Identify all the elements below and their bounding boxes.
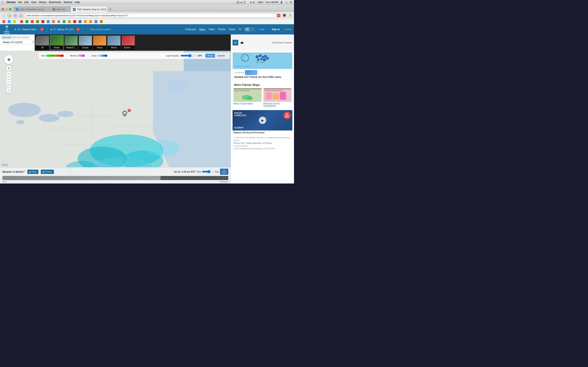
sign-in-btn[interactable]: 👤 Sign In (268, 28, 280, 31)
bookmark-news[interactable]: N (12, 20, 17, 24)
tab-3[interactable]: TWC TWC Weather Map for 12222... × (71, 6, 107, 12)
new-tab-button[interactable]: + (108, 7, 112, 11)
bookmark-item-1[interactable] (19, 20, 24, 24)
sidebar-email-btn[interactable]: ✉ (233, 40, 238, 45)
temp-unit-f[interactable]: °F (245, 28, 250, 31)
tab-2[interactable]: New Tab × (50, 6, 71, 12)
back-button[interactable]: ← (2, 13, 6, 18)
bookmark-item-4[interactable] (35, 20, 40, 24)
map-type-all[interactable]: All (35, 35, 49, 50)
rain-legend: Rain (41, 55, 63, 57)
past-btn[interactable]: ▶ Past (27, 170, 38, 174)
nav-forecasts[interactable]: Forecasts (185, 28, 196, 31)
tab-1[interactable]: Daily Polandball: Immigr... × (13, 6, 50, 12)
wim-timeline[interactable] (2, 176, 228, 180)
speed-slider[interactable] (202, 170, 214, 173)
bookmark-item-11[interactable] (72, 20, 77, 24)
ad-choices-link[interactable]: Ad Choices (263, 142, 272, 144)
chrome-menu-button[interactable]: ☰ (288, 13, 292, 18)
map-area[interactable]: Rain Mix/Ice (0, 51, 231, 184)
menu-history[interactable]: History (39, 1, 46, 4)
map-type-winds[interactable]: Winds (107, 35, 121, 50)
location-input[interactable] (2, 41, 33, 43)
classic-map-2[interactable]: CURRENT TEMPERATURES Northeast Current T… (263, 88, 292, 108)
add-location-btn[interactable]: 📍 Add another location (86, 28, 111, 31)
bookmark-item-6[interactable] (46, 20, 51, 24)
bookmark-item-12[interactable] (78, 20, 82, 24)
menu-chrome[interactable]: Chrome (6, 1, 16, 4)
bookmark-twitter[interactable]: t (7, 20, 11, 24)
menu-window[interactable]: Window (63, 1, 72, 4)
search-macos-icon[interactable]: 🔍 (285, 1, 288, 4)
location-2[interactable]: ☁ 9° Albany, NY (122... 1 (50, 28, 80, 31)
menu-help[interactable]: Help (75, 1, 80, 4)
privacy-link[interactable]: Privacy Statement (246, 142, 261, 144)
map-pin[interactable]: 1 (122, 110, 127, 118)
minimize-button[interactable] (5, 8, 8, 10)
temp-units: °F °C (245, 27, 255, 31)
sidebar-photo-btn[interactable]: 🏔 (239, 40, 245, 45)
add-street-link[interactable]: Add street address (12, 36, 30, 39)
traffic-ad[interactable]: wunderground.com Now Down 405 (233, 52, 292, 80)
bookmark-item-7[interactable] (51, 20, 56, 24)
nav-photos[interactable]: Photos (218, 28, 226, 31)
bookmark-gmail[interactable]: G (2, 20, 6, 24)
menu-bookmarks[interactable]: Bookmarks (49, 1, 61, 4)
compass-control[interactable]: ⊕ (4, 55, 13, 64)
map-type-clouds[interactable]: Clouds (78, 35, 92, 50)
bookmark-star-icon[interactable]: ☆ (273, 14, 275, 17)
bookmark-item-13[interactable] (83, 20, 87, 24)
menu-edit[interactable]: Edit (25, 1, 29, 4)
address-input[interactable] (25, 13, 277, 18)
apple-menu[interactable]:  (2, 0, 3, 4)
nav-news[interactable]: News (229, 28, 235, 31)
bookmark-mcdonalds[interactable]: M (99, 20, 104, 24)
classic-map-2-label[interactable]: Northeast Current Temperatures (263, 102, 292, 108)
nav-tv[interactable]: TV (238, 28, 241, 31)
close-button[interactable] (2, 8, 4, 10)
bookmark-item-2[interactable] (25, 20, 29, 24)
zoom-in-btn[interactable]: + (6, 66, 11, 71)
refresh-button[interactable]: ↻ (13, 13, 17, 18)
forecast-video[interactable]: ▶ 60 SEC FOCUS FORECAST ALBANY Albany's … (233, 110, 292, 134)
tab-2-close[interactable]: × (67, 8, 69, 10)
nav-video[interactable]: Video (208, 28, 215, 31)
map-type-temps[interactable]: Temps (93, 35, 107, 50)
location-1[interactable]: ❄ 10° Highland Mills, ... 2 (14, 28, 43, 31)
home-button[interactable]: ⌂ (19, 13, 23, 18)
opacity-slider[interactable] (181, 54, 197, 57)
page-actions-btn[interactable]: ⬛ (282, 13, 287, 18)
map-type-radar-clouds[interactable]: Radar/Cl... (64, 35, 78, 50)
zoom-out-btn[interactable]: − (6, 88, 11, 93)
bookmarks-divider (18, 20, 18, 24)
bookmark-item-5[interactable] (41, 20, 45, 24)
classic-map-1[interactable]: Doppler Radar 600 Mile Albany Classic Ra… (233, 88, 262, 108)
tab-1-close[interactable]: × (48, 8, 49, 10)
extension-btn[interactable]: R (277, 13, 281, 18)
whats-this-link[interactable]: What's This? (264, 148, 275, 150)
road-view-btn[interactable]: Road (206, 54, 215, 58)
alerts-btn[interactable]: ⚠ Alerts (283, 28, 292, 31)
play-button[interactable]: ▶ (259, 117, 266, 124)
bookmark-item-10[interactable] (67, 20, 72, 24)
map-type-radar[interactable]: Radar (50, 35, 64, 50)
temp-unit-c[interactable]: °C (250, 28, 255, 31)
bookmark-item-8[interactable] (57, 20, 61, 24)
satellite-view-btn[interactable]: Satellite (215, 54, 227, 58)
future-btn[interactable]: ▶ Future (41, 170, 54, 174)
terms-link[interactable]: Terms of Use (233, 142, 244, 144)
notification-icon[interactable]: ☰ (290, 1, 292, 4)
nav-maps[interactable]: Maps (199, 28, 205, 31)
menu-view[interactable]: View (31, 1, 36, 4)
bookmark-amazon[interactable]: a (88, 20, 93, 24)
classic-map-1-label[interactable]: Albany Classic Radar (233, 102, 262, 105)
menu-file[interactable]: File (18, 1, 22, 4)
bookmark-item-3[interactable] (30, 20, 35, 24)
maximize-button[interactable] (9, 8, 11, 10)
tab-1-label: Daily Polandball: Immigr... (20, 8, 46, 11)
map-type-severe[interactable]: Severe ... (121, 35, 135, 50)
bookmark-item-9[interactable] (62, 20, 66, 24)
forward-button[interactable]: → (7, 13, 12, 18)
bookmark-item-14[interactable]: TWC (94, 20, 98, 24)
help-btn[interactable]: ? Help (258, 28, 265, 31)
